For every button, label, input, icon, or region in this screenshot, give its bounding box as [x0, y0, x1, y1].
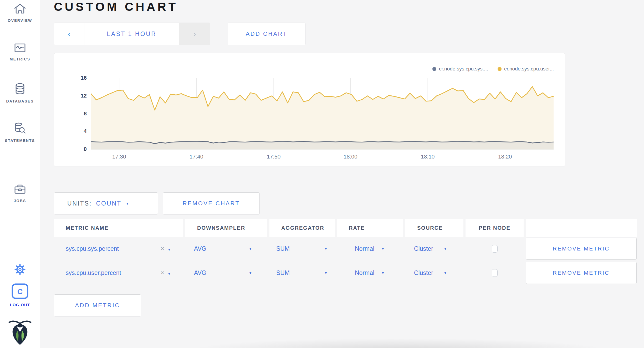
table-row: sys.cpu.sys.percent ×▼ AVG ▼ SUM ▼ Norma…: [54, 237, 644, 260]
per-node-cell: [466, 269, 524, 277]
remove-metric-button[interactable]: REMOVE METRIC: [526, 262, 637, 284]
timeseries-plot[interactable]: [91, 78, 554, 149]
sidebar-item-overview[interactable]: OVERVIEW: [0, 3, 40, 23]
chevron-down-icon: ▼: [324, 247, 328, 250]
legend-dot: [432, 67, 436, 71]
home-icon: [14, 3, 26, 15]
col-header-metric-name: METRIC NAME: [54, 219, 183, 237]
y-tick-label: 16: [55, 75, 87, 81]
legend-item-sys[interactable]: cr.node.sys.cpu.sys....: [432, 66, 488, 72]
source-select[interactable]: Cluster ▼: [405, 269, 463, 277]
time-prev-button[interactable]: ‹: [54, 23, 84, 45]
chevron-down-icon: ▼: [444, 271, 447, 275]
source-select[interactable]: Cluster ▼: [405, 245, 463, 252]
app-window: OVERVIEW METRICS DATABASES: [0, 0, 644, 348]
sidebar-item-jobs[interactable]: JOBS: [0, 183, 40, 203]
metrics-icon: [14, 43, 26, 54]
jobs-icon: [14, 183, 26, 196]
legend-label: cr.node.sys.cpu.user...: [504, 66, 554, 72]
chevron-down-icon: ▼: [381, 271, 385, 275]
time-range-dropdown[interactable]: LAST 1 HOUR: [84, 23, 179, 45]
main-content: CUSTOM CHART ‹ LAST 1 HOUR › ADD CHART: [40, 0, 644, 348]
actions-cell: REMOVE METRIC: [526, 238, 637, 260]
x-tick-label: 17:30: [112, 153, 126, 160]
y-tick-label: 0: [55, 146, 87, 152]
databases-icon: [14, 83, 26, 96]
sidebar: OVERVIEW METRICS DATABASES: [0, 0, 40, 348]
close-icon[interactable]: ×: [161, 245, 164, 252]
sidebar-item-databases[interactable]: DATABASES: [0, 83, 40, 103]
statements-icon: [14, 122, 26, 135]
time-window-selector: ‹ LAST 1 HOUR ›: [54, 23, 210, 45]
metric-clear-dropdown[interactable]: ×▼: [161, 269, 171, 277]
x-tick-label: 18:00: [344, 153, 357, 160]
metric-name-cell: sys.cpu.sys.percent ×▼: [54, 245, 183, 252]
gear-icon: [13, 263, 27, 277]
chevron-down-icon: ▼: [167, 272, 171, 276]
x-tick-label: 18:20: [498, 153, 512, 160]
settings-button[interactable]: [0, 263, 40, 277]
per-node-checkbox[interactable]: [492, 245, 498, 253]
legend-dot: [498, 67, 502, 71]
metrics-table: METRIC NAME DOWNSAMPLER AGGREGATOR RATE …: [54, 219, 644, 284]
logout-label: LOG OUT: [10, 303, 30, 307]
logout-button[interactable]: C LOG OUT: [0, 283, 40, 307]
sidebar-item-label: DATABASES: [6, 99, 34, 103]
metric-name-value[interactable]: sys.cpu.user.percent: [66, 269, 121, 277]
units-dropdown[interactable]: UNITS: COUNT ▼: [54, 192, 158, 214]
toolbar: ‹ LAST 1 HOUR › ADD CHART: [54, 23, 644, 45]
sidebar-item-metrics[interactable]: METRICS: [0, 43, 40, 61]
chevron-right-icon: ›: [193, 29, 196, 38]
chevron-down-icon: ▼: [444, 247, 447, 250]
x-tick-label: 18:10: [421, 153, 435, 160]
per-node-checkbox[interactable]: [492, 269, 498, 277]
chevron-down-icon: ▼: [249, 247, 252, 250]
metric-name-value[interactable]: sys.cpu.sys.percent: [66, 245, 119, 252]
y-tick-label: 8: [55, 110, 87, 117]
add-metric-button[interactable]: ADD METRIC: [54, 294, 141, 316]
remove-chart-button[interactable]: REMOVE CHART: [163, 192, 260, 214]
chevron-left-icon: ‹: [68, 29, 70, 38]
sidebar-item-label: METRICS: [10, 57, 30, 61]
sidebar-item-label: STATEMENTS: [5, 139, 35, 143]
table-row: sys.cpu.user.percent ×▼ AVG ▼ SUM ▼ Norm…: [54, 261, 644, 284]
x-tick-label: 17:40: [190, 153, 203, 160]
per-node-cell: [466, 245, 524, 253]
aggregator-select[interactable]: SUM ▼: [269, 245, 335, 252]
col-header-source: SOURCE: [405, 219, 463, 237]
rate-select[interactable]: Normal ▼: [337, 245, 403, 252]
sidebar-item-label: OVERVIEW: [8, 18, 32, 23]
y-tick-label: 12: [55, 93, 87, 99]
rate-select[interactable]: Normal ▼: [337, 269, 403, 277]
page-title: CUSTOM CHART: [54, 0, 644, 14]
cockroachdb-logo: [0, 317, 40, 346]
close-icon[interactable]: ×: [161, 269, 164, 276]
x-tick-label: 17:50: [267, 153, 281, 160]
time-next-button-disabled[interactable]: ›: [179, 23, 210, 45]
col-header-downsampler: DOWNSAMPLER: [185, 219, 267, 237]
actions-cell: REMOVE METRIC: [526, 262, 637, 284]
remove-metric-button[interactable]: REMOVE METRIC: [526, 238, 637, 260]
downsampler-select[interactable]: AVG ▼: [185, 245, 267, 252]
add-chart-button[interactable]: ADD CHART: [228, 23, 305, 45]
aggregator-select[interactable]: SUM ▼: [269, 269, 335, 277]
legend-label: cr.node.sys.cpu.sys....: [439, 66, 488, 72]
metric-name-cell: sys.cpu.user.percent ×▼: [54, 269, 183, 277]
y-tick-label: 4: [55, 128, 87, 134]
metrics-table-header: METRIC NAME DOWNSAMPLER AGGREGATOR RATE …: [54, 219, 644, 237]
chart-controls: UNITS: COUNT ▼ REMOVE CHART: [54, 192, 644, 214]
chart-legend: cr.node.sys.cpu.sys.... cr.node.sys.cpu.…: [432, 66, 554, 72]
scroll-shadow: [153, 338, 644, 348]
svg-text:C: C: [17, 288, 23, 296]
chevron-down-icon: ▼: [126, 202, 130, 205]
col-header-actions: [526, 219, 637, 237]
legend-item-user[interactable]: cr.node.sys.cpu.user...: [498, 66, 554, 72]
chevron-down-icon: ▼: [324, 271, 328, 275]
col-header-rate: RATE: [337, 219, 403, 237]
downsampler-select[interactable]: AVG ▼: [185, 269, 267, 277]
chevron-down-icon: ▼: [167, 248, 171, 252]
cockroach-c-icon: C: [12, 283, 28, 300]
sidebar-item-statements[interactable]: STATEMENTS: [0, 122, 40, 143]
metric-clear-dropdown[interactable]: ×▼: [161, 245, 171, 252]
sidebar-item-label: JOBS: [14, 199, 26, 203]
